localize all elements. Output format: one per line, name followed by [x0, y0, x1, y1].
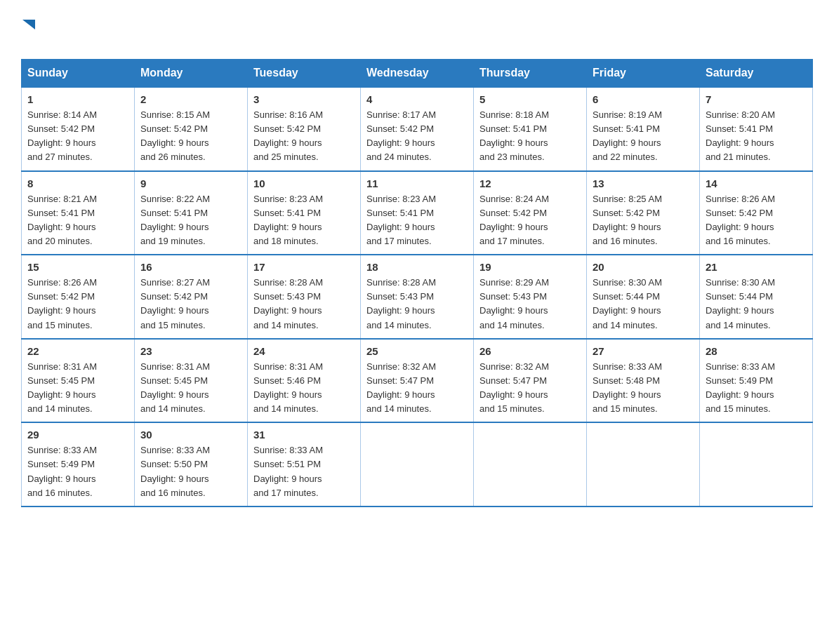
day-number: 22 — [27, 345, 128, 357]
day-info: Sunrise: 8:26 AM Sunset: 5:42 PM Dayligh… — [27, 276, 128, 333]
day-info: Sunrise: 8:24 AM Sunset: 5:42 PM Dayligh… — [479, 192, 581, 249]
day-number: 21 — [706, 261, 807, 273]
day-info: Sunrise: 8:15 AM Sunset: 5:42 PM Dayligh… — [140, 108, 241, 165]
column-header-wednesday: Wednesday — [361, 60, 474, 88]
calendar-cell: 18 Sunrise: 8:28 AM Sunset: 5:43 PM Dayl… — [361, 255, 474, 339]
calendar-cell: 23 Sunrise: 8:31 AM Sunset: 5:45 PM Dayl… — [135, 339, 248, 423]
calendar-week-row: 15 Sunrise: 8:26 AM Sunset: 5:42 PM Dayl… — [22, 255, 813, 339]
day-info: Sunrise: 8:19 AM Sunset: 5:41 PM Dayligh… — [593, 108, 694, 165]
calendar-cell: 11 Sunrise: 8:23 AM Sunset: 5:41 PM Dayl… — [361, 171, 474, 255]
column-header-tuesday: Tuesday — [248, 60, 361, 88]
calendar-cell — [700, 422, 813, 507]
calendar-cell: 25 Sunrise: 8:32 AM Sunset: 5:47 PM Dayl… — [361, 339, 474, 423]
calendar-cell: 17 Sunrise: 8:28 AM Sunset: 5:43 PM Dayl… — [248, 255, 361, 339]
day-number: 23 — [140, 345, 241, 357]
calendar-cell: 3 Sunrise: 8:16 AM Sunset: 5:42 PM Dayli… — [248, 87, 361, 171]
calendar-cell: 31 Sunrise: 8:33 AM Sunset: 5:51 PM Dayl… — [248, 422, 361, 507]
day-info: Sunrise: 8:14 AM Sunset: 5:42 PM Dayligh… — [27, 108, 128, 165]
svg-marker-0 — [22, 20, 35, 29]
calendar-cell: 4 Sunrise: 8:17 AM Sunset: 5:42 PM Dayli… — [361, 87, 474, 171]
day-number: 27 — [593, 345, 694, 357]
day-info: Sunrise: 8:33 AM Sunset: 5:48 PM Dayligh… — [593, 360, 694, 417]
calendar-week-row: 1 Sunrise: 8:14 AM Sunset: 5:42 PM Dayli… — [22, 87, 813, 171]
calendar-cell: 22 Sunrise: 8:31 AM Sunset: 5:45 PM Dayl… — [22, 339, 135, 423]
calendar-cell — [474, 422, 587, 507]
calendar-cell: 7 Sunrise: 8:20 AM Sunset: 5:41 PM Dayli… — [700, 87, 813, 171]
day-number: 6 — [593, 93, 694, 105]
calendar-cell: 21 Sunrise: 8:30 AM Sunset: 5:44 PM Dayl… — [700, 255, 813, 339]
calendar-cell: 27 Sunrise: 8:33 AM Sunset: 5:48 PM Dayl… — [587, 339, 700, 423]
calendar-table: SundayMondayTuesdayWednesdayThursdayFrid… — [21, 59, 813, 507]
day-info: Sunrise: 8:26 AM Sunset: 5:42 PM Dayligh… — [706, 192, 807, 249]
day-info: Sunrise: 8:23 AM Sunset: 5:41 PM Dayligh… — [366, 192, 468, 249]
day-info: Sunrise: 8:16 AM Sunset: 5:42 PM Dayligh… — [253, 108, 355, 165]
day-info: Sunrise: 8:20 AM Sunset: 5:41 PM Dayligh… — [706, 108, 807, 165]
day-info: Sunrise: 8:31 AM Sunset: 5:46 PM Dayligh… — [253, 360, 355, 417]
day-info: Sunrise: 8:32 AM Sunset: 5:47 PM Dayligh… — [479, 360, 581, 417]
day-info: Sunrise: 8:21 AM Sunset: 5:41 PM Dayligh… — [27, 192, 128, 249]
day-info: Sunrise: 8:33 AM Sunset: 5:49 PM Dayligh… — [27, 443, 128, 500]
calendar-cell: 20 Sunrise: 8:30 AM Sunset: 5:44 PM Dayl… — [587, 255, 700, 339]
day-number: 11 — [366, 177, 468, 189]
column-header-friday: Friday — [587, 60, 700, 88]
day-info: Sunrise: 8:28 AM Sunset: 5:43 PM Dayligh… — [366, 276, 468, 333]
calendar-cell: 24 Sunrise: 8:31 AM Sunset: 5:46 PM Dayl… — [248, 339, 361, 423]
page-header — [21, 14, 813, 52]
day-number: 24 — [253, 345, 355, 357]
calendar-cell: 2 Sunrise: 8:15 AM Sunset: 5:42 PM Dayli… — [135, 87, 248, 171]
calendar-cell: 19 Sunrise: 8:29 AM Sunset: 5:43 PM Dayl… — [474, 255, 587, 339]
day-number: 15 — [27, 261, 128, 273]
day-number: 25 — [366, 345, 468, 357]
calendar-cell — [361, 422, 474, 507]
column-header-saturday: Saturday — [700, 60, 813, 88]
calendar-cell: 29 Sunrise: 8:33 AM Sunset: 5:49 PM Dayl… — [22, 422, 135, 507]
calendar-week-row: 22 Sunrise: 8:31 AM Sunset: 5:45 PM Dayl… — [22, 339, 813, 423]
day-number: 30 — [140, 429, 241, 441]
day-number: 8 — [27, 177, 128, 189]
calendar-week-row: 8 Sunrise: 8:21 AM Sunset: 5:41 PM Dayli… — [22, 171, 813, 255]
day-info: Sunrise: 8:23 AM Sunset: 5:41 PM Dayligh… — [253, 192, 355, 249]
calendar-week-row: 29 Sunrise: 8:33 AM Sunset: 5:49 PM Dayl… — [22, 422, 813, 507]
calendar-cell: 10 Sunrise: 8:23 AM Sunset: 5:41 PM Dayl… — [248, 171, 361, 255]
day-info: Sunrise: 8:33 AM Sunset: 5:49 PM Dayligh… — [706, 360, 807, 417]
day-info: Sunrise: 8:30 AM Sunset: 5:44 PM Dayligh… — [593, 276, 694, 333]
day-number: 13 — [593, 177, 694, 189]
day-number: 2 — [140, 93, 241, 105]
day-number: 31 — [253, 429, 355, 441]
calendar-cell: 30 Sunrise: 8:33 AM Sunset: 5:50 PM Dayl… — [135, 422, 248, 507]
calendar-cell: 5 Sunrise: 8:18 AM Sunset: 5:41 PM Dayli… — [474, 87, 587, 171]
day-info: Sunrise: 8:33 AM Sunset: 5:51 PM Dayligh… — [253, 443, 355, 500]
day-number: 26 — [479, 345, 581, 357]
day-number: 10 — [253, 177, 355, 189]
day-number: 18 — [366, 261, 468, 273]
day-info: Sunrise: 8:29 AM Sunset: 5:43 PM Dayligh… — [479, 276, 581, 333]
day-number: 20 — [593, 261, 694, 273]
calendar-cell: 28 Sunrise: 8:33 AM Sunset: 5:49 PM Dayl… — [700, 339, 813, 423]
logo — [21, 14, 35, 52]
column-header-thursday: Thursday — [474, 60, 587, 88]
calendar-cell — [587, 422, 700, 507]
calendar-header-row: SundayMondayTuesdayWednesdayThursdayFrid… — [22, 60, 813, 88]
day-info: Sunrise: 8:22 AM Sunset: 5:41 PM Dayligh… — [140, 192, 241, 249]
day-info: Sunrise: 8:27 AM Sunset: 5:42 PM Dayligh… — [140, 276, 241, 333]
column-header-monday: Monday — [135, 60, 248, 88]
day-number: 17 — [253, 261, 355, 273]
calendar-cell: 8 Sunrise: 8:21 AM Sunset: 5:41 PM Dayli… — [22, 171, 135, 255]
day-info: Sunrise: 8:31 AM Sunset: 5:45 PM Dayligh… — [140, 360, 241, 417]
calendar-cell: 26 Sunrise: 8:32 AM Sunset: 5:47 PM Dayl… — [474, 339, 587, 423]
day-info: Sunrise: 8:28 AM Sunset: 5:43 PM Dayligh… — [253, 276, 355, 333]
day-number: 14 — [706, 177, 807, 189]
day-info: Sunrise: 8:30 AM Sunset: 5:44 PM Dayligh… — [706, 276, 807, 333]
day-number: 9 — [140, 177, 241, 189]
calendar-cell: 15 Sunrise: 8:26 AM Sunset: 5:42 PM Dayl… — [22, 255, 135, 339]
day-number: 28 — [706, 345, 807, 357]
day-number: 29 — [27, 429, 128, 441]
day-info: Sunrise: 8:32 AM Sunset: 5:47 PM Dayligh… — [366, 360, 468, 417]
calendar-cell: 1 Sunrise: 8:14 AM Sunset: 5:42 PM Dayli… — [22, 87, 135, 171]
day-info: Sunrise: 8:33 AM Sunset: 5:50 PM Dayligh… — [140, 443, 241, 500]
day-number: 5 — [479, 93, 581, 105]
day-number: 16 — [140, 261, 241, 273]
day-info: Sunrise: 8:31 AM Sunset: 5:45 PM Dayligh… — [27, 360, 128, 417]
day-number: 4 — [366, 93, 468, 105]
day-number: 19 — [479, 261, 581, 273]
